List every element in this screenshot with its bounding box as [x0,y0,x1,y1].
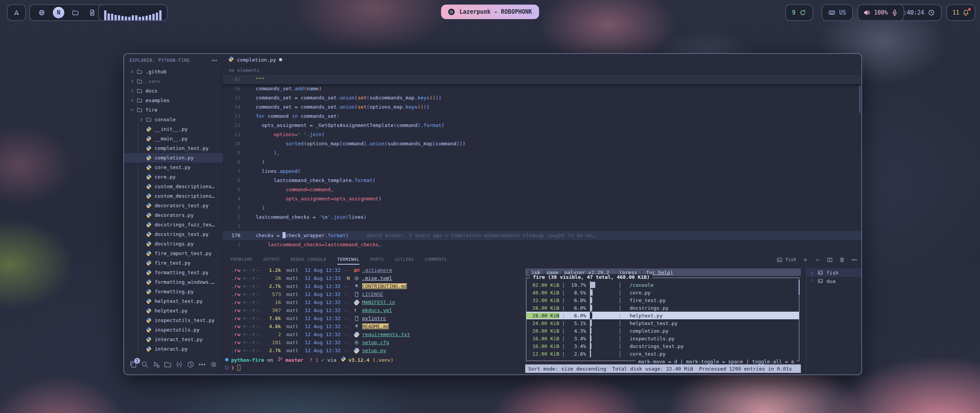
tree-item-__main__.py[interactable]: __main__.py [124,134,223,143]
dua-row-fire_test.py[interactable]: 32.00 KiB|6.8%│fire_test.py [526,296,799,304]
dua-row-core_test.py[interactable]: 12.00 KiB|2.6%│core_test.py [526,350,799,358]
panel-tab-comments[interactable]: COMMENTS [425,255,447,265]
audio-widget[interactable]: 100% [858,4,904,21]
panel-tab-ports[interactable]: PORTS [370,255,384,265]
tab-completion-py[interactable]: completion.py [223,54,288,65]
workspace-folder[interactable] [70,7,81,18]
search-icon[interactable] [141,361,149,368]
tree-item-decorators.py[interactable]: decorators.py [124,210,223,220]
tree-item-interact_test.py[interactable]: interact_test.py [124,335,223,344]
file-date: 12 Aug 12:32 [305,315,344,321]
dua-size: 28.00 KiB [526,305,559,311]
tree-item-custom_descriptions_test.py[interactable]: custom_descriptions_test.py [124,182,223,191]
code-token: opts_assignment [334,196,379,202]
tree-item-formatting_test.py[interactable]: formatting_test.py [124,268,223,277]
keyboard-layout-widget[interactable]: US [822,4,853,21]
tree-item-__init__.py[interactable]: __init__.py [124,124,223,134]
file-name: setup.py [362,348,386,353]
kill-terminal-button[interactable] [838,256,845,263]
folder-icon[interactable] [164,361,172,368]
dua-row-inspectutils.py[interactable]: 16.00 KiB|3.4%│inspectutils.py [526,335,799,342]
braces-icon[interactable] [175,361,183,368]
line-number: 11 [223,130,240,139]
dua-percent: 3.4% [568,343,586,349]
session-dua[interactable]: └dua [807,277,861,285]
shell-selector[interactable]: fish [776,256,796,263]
file-date: 12 Aug 12:33 [305,275,344,281]
tree-item-examples[interactable]: examples [124,96,223,105]
tree-item-docstrings.py[interactable]: docstrings.py [124,239,223,249]
split-terminal-button[interactable] [826,256,833,263]
run-debug-icon[interactable] [152,361,160,368]
chevron-right-icon [129,79,136,84]
tree-item-interact.py[interactable]: interact.py [124,344,223,353]
panel-tab-debug-console[interactable]: DEBUG CONSOLE [291,255,327,265]
new-terminal-button[interactable] [802,256,808,263]
panel-tab-problems[interactable]: PROBLEMS [230,255,253,265]
code-lines[interactable]: 16commands_set.add(name)15commands_set =… [223,84,861,249]
tree-item-fire[interactable]: fire [124,105,223,115]
tree-item-decorators_test.py[interactable]: decorators_test.py [124,201,223,210]
line-number: 9 [223,148,240,158]
prompt-segment: ✓ [321,357,324,363]
panel-tab-output[interactable]: OUTPUT [263,255,280,265]
terminal-dropdown-icon[interactable] [814,256,821,263]
tree-item-docs[interactable]: docs [124,86,223,96]
tree-item-core.py[interactable]: core.py [124,172,223,182]
dua-row-helptext_test.py[interactable]: 24.00 KiB|5.1%│helptext_test.py [526,319,799,327]
notifications-widget[interactable]: 11 [946,4,975,21]
session-fish[interactable]: ┌fish [807,268,861,277]
media-widget[interactable]: Lazerpunk - ROBOPHONK [441,5,539,19]
fish-terminal[interactable]: .rw-r--r--1.2kmatt12 Aug 12:32--git.giti… [223,266,530,374]
tree-item-fire_import_test.py[interactable]: fire_import_test.py [124,249,223,258]
panel-tab-gitlens[interactable]: GITLENS [395,255,414,265]
panel-more-button[interactable] [851,256,858,263]
file-permissions: .rw-r--r-- [231,283,263,289]
dua-bar-fill [591,320,592,326]
editor-scrollbar[interactable] [859,85,861,113]
dua-row-docstrings.py[interactable]: 28.00 KiB|6.0%│docstrings.py [526,304,799,312]
workspace-globe[interactable] [36,7,47,18]
workspace-N[interactable]: N [53,7,64,18]
speaker-icon [864,9,871,16]
launcher-button[interactable] [7,4,26,21]
updates-widget[interactable]: 9 [785,4,813,21]
tree-item-completion.py[interactable]: completion.py [124,153,223,163]
tree-item-custom_descriptions.py[interactable]: custom_descriptions.py [124,191,223,201]
workspace-file-doc[interactable] [87,7,98,18]
dua-row-docstrings_test.py[interactable]: 16.00 KiB|3.4%│docstrings_test.py [526,342,799,350]
dua-row-completion.py[interactable]: 20.00 KiB|4.3%│completion.py [526,327,799,335]
tree-item-.github[interactable]: .github [124,67,223,76]
tree-item-fire_test.py[interactable]: fire_test.py [124,258,223,268]
dua-scrollbar[interactable] [799,280,800,295]
prompt-segment: via [324,357,339,363]
tree-item-inspectutils.py[interactable]: inspectutils.py [124,325,223,335]
dua-disk-analyzer[interactable]: Disk Usage Analyzer v2.29.2 (press ? for… [524,266,802,374]
visualizer-bar [128,17,131,20]
file-permissions: .rw-r--r-- [231,324,263,329]
files-icon[interactable]: 1 [129,361,137,368]
dua-row-helptext.py[interactable]: 28.00 KiB|6.0%│helptext.py [526,312,799,319]
tree-item-console[interactable]: console [124,115,223,124]
tree-item-formatting.py[interactable]: formatting.py [124,287,223,296]
panel-tab-terminal[interactable]: TERMINAL [337,255,359,265]
code-token: = [274,233,283,238]
dua-row-core.py[interactable]: 40.00 KiB|8.5%│core.py [526,289,799,296]
tree-item-docstrings_test.py[interactable]: docstrings_test.py [124,229,223,239]
tree-item-formatting_windows.py[interactable]: formatting_windows.py [124,277,223,287]
tree-item-completion_test.py[interactable]: completion_test.py [124,143,223,153]
tree-item-inspectutils_test.py[interactable]: inspectutils_test.py [124,315,223,325]
tree-item-helptext.py[interactable]: helptext.py [124,306,223,315]
tree-item-helptext_test.py[interactable]: helptext_test.py [124,296,223,306]
tree-item-.venv[interactable]: .venv [124,76,223,86]
gear-icon[interactable] [210,361,217,368]
tree-item-docstrings_fuzz_test.py[interactable]: docstrings_fuzz_test.py [124,220,223,229]
prompt-input-line[interactable]: ❯ [223,364,240,372]
file-date: 12 Aug 12:32 [305,299,344,305]
ellipsis-icon[interactable] [198,361,206,368]
history-icon[interactable] [187,361,194,368]
explorer-menu-icon[interactable] [211,57,217,64]
dua-row-console[interactable]: 92.00 KiB|19.7%│/console [526,281,799,289]
tree-item-core_test.py[interactable]: core_test.py [124,163,223,172]
command-decoration-icon[interactable] [225,358,229,361]
